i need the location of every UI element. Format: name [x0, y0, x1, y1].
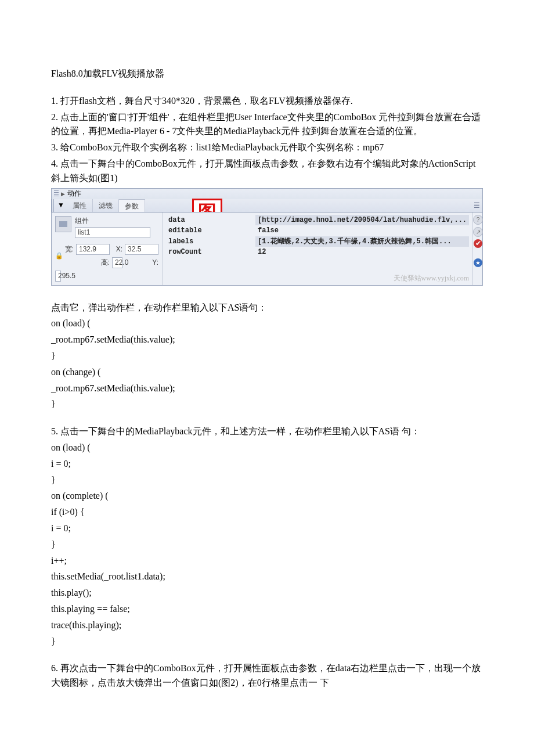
height-field[interactable]: 22.0	[112, 257, 122, 268]
param-names-column: data editable labels rowCount	[163, 213, 255, 285]
step-4: 4. 点击一下舞台中的ComboBox元件，打开属性面板点击参数，在参数右边有个…	[51, 157, 483, 186]
param-name[interactable]: rowCount	[168, 247, 255, 258]
code-line: this.play();	[51, 586, 483, 600]
width-field[interactable]: 132.9	[76, 244, 110, 255]
dimensions-grid: 🔒 宽: 132.9 X: 32.5 高: 22.0 Y: 295.5	[55, 244, 158, 282]
page-title: Flash8.0加载FLV视频播放器	[51, 67, 483, 81]
x-label: X:	[112, 245, 122, 253]
x-field[interactable]: 32.5	[125, 244, 158, 255]
param-value[interactable]: 12	[255, 247, 469, 258]
param-name[interactable]: labels	[168, 236, 255, 247]
step-1: 1. 打开flash文档，舞台尺寸340*320，背景黑色，取名FLV视频播放器…	[51, 94, 483, 109]
code-line: on (complete) (	[51, 489, 483, 503]
info-icon[interactable]: ★	[474, 258, 482, 267]
code-line: on (load) (	[51, 441, 483, 455]
grip-icon	[54, 190, 59, 197]
code-line: this.playing == false;	[51, 602, 483, 617]
actions-label: 动作	[67, 189, 81, 199]
panel-header: ▶ 动作	[51, 188, 483, 199]
y-field[interactable]: 295.5	[55, 271, 61, 282]
help-icon[interactable]: ?	[473, 215, 483, 225]
expand-icon[interactable]: ▶	[61, 191, 65, 197]
code-line: }	[51, 349, 483, 363]
tab-filters[interactable]: 滤镜	[93, 199, 119, 212]
code-line: trace(this.playing);	[51, 618, 483, 633]
lock-icon[interactable]: 🔒	[55, 252, 61, 260]
code-line: on (load) (	[51, 316, 483, 331]
collapse-icon[interactable]: ▼	[56, 199, 67, 212]
param-values-column: [http://image.hnol.net/200504/lat/huahud…	[255, 213, 472, 285]
code-line: on (change) (	[51, 365, 483, 380]
flash-properties-panel: ▶ 动作 ▼ 属性 滤镜 参数 图 ☰ 组件 list1 �	[51, 188, 483, 286]
side-toolbar: ? ↗ ✔ ★	[472, 213, 483, 285]
width-label: 宽:	[63, 244, 74, 254]
menu-icon[interactable]: ☰	[474, 201, 480, 210]
step-5: 5. 点击一下舞台中的MediaPlayback元件，和上述方法一样，在动作栏里…	[51, 424, 483, 439]
step-2: 2. 点击上面的'窗口'打开'组件'，在组件栏里把User Interface文…	[51, 110, 483, 139]
code-line: i = 0;	[51, 457, 483, 471]
action-arrow-icon[interactable]: ↗	[473, 227, 483, 237]
code-line: i = 0;	[51, 521, 483, 536]
param-value[interactable]: [http://image.hnol.net/200504/lat/huahud…	[255, 215, 469, 226]
code-line: _root.mp67.setMedia(this.value);	[51, 333, 483, 347]
param-name[interactable]: editable	[168, 225, 255, 236]
component-icon	[55, 216, 71, 232]
instance-name-field[interactable]: list1	[75, 227, 150, 238]
step-6: 6. 再次点击一下舞台中的ComboBox元件，打开属性面板点击参数，在data…	[51, 661, 483, 690]
step-3: 3. 给ComboBox元件取个实例名称：list1给MediaPlayback…	[51, 141, 483, 155]
grip-icon	[52, 199, 55, 212]
y-label: Y:	[125, 258, 158, 267]
component-info: 组件 list1 🔒 宽: 132.9 X: 32.5 高: 22.0 Y: 2…	[52, 213, 163, 285]
param-value[interactable]: [1.花蝴蝶,2.大丈夫,3.千年缘,4.蔡妍火辣热舞,5.韩国...	[255, 236, 469, 247]
component-type-label: 组件	[75, 216, 150, 226]
param-name[interactable]: data	[168, 215, 255, 226]
code-line: }	[51, 473, 483, 488]
panel-tabs: ▼ 属性 滤镜 参数 图 ☰	[51, 199, 483, 212]
param-value[interactable]: false	[255, 225, 469, 236]
check-icon[interactable]: ✔	[474, 239, 482, 248]
after-panel-text: 点击它，弹出动作栏，在动作栏里输入以下AS语句：	[51, 301, 483, 315]
code-line: _root.mp67.setMedia(this.value);	[51, 381, 483, 396]
code-line: this.setMedia(_root.list1.data);	[51, 570, 483, 584]
tab-properties[interactable]: 属性	[67, 199, 93, 212]
watermark-text: 天使驿站www.yyjxkj.com	[394, 273, 470, 284]
tab-parameters[interactable]: 参数	[119, 199, 145, 212]
code-line: if (i>0) {	[51, 505, 483, 520]
code-line: }	[51, 538, 483, 552]
code-line: i++;	[51, 554, 483, 568]
code-line: }	[51, 635, 483, 649]
code-line: }	[51, 397, 483, 412]
height-label: 高:	[76, 258, 110, 268]
